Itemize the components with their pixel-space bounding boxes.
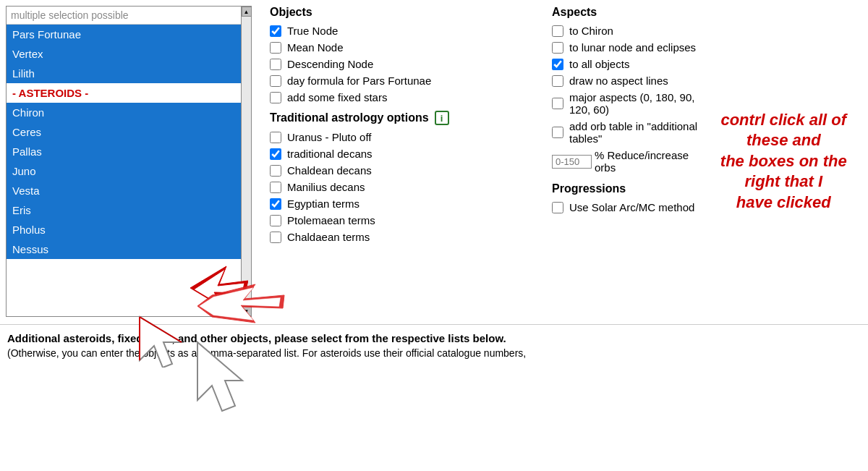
scroll-track xyxy=(242,17,252,306)
middle-panel: Objects True NodeMean NodeDescending Nod… xyxy=(263,6,545,317)
objects-title: Objects xyxy=(270,6,545,19)
checkbox-row: Use Solar Arc/MC method xyxy=(552,201,707,213)
checkbox[interactable] xyxy=(552,202,563,213)
checkbox-label: Manilius decans xyxy=(287,181,365,193)
checkbox-row: draw no aspect lines xyxy=(552,75,707,87)
checkbox-row: True Node xyxy=(270,25,545,37)
bottom-bold-text: Additional asteroids, fixed stars, and o… xyxy=(7,332,861,344)
progressions-title: Progressions xyxy=(552,182,707,195)
checkbox[interactable] xyxy=(270,182,281,193)
objects-items: True NodeMean NodeDescending Nodeday for… xyxy=(270,25,545,103)
checkbox-label: to Chiron xyxy=(569,25,613,37)
list-item[interactable]: Juno xyxy=(7,161,241,181)
checkbox[interactable] xyxy=(270,132,281,143)
progressions-section: Progressions Use Solar Arc/MC method xyxy=(552,182,707,213)
list-item[interactable]: Lilith xyxy=(7,64,241,83)
list-item[interactable]: Vertex xyxy=(7,44,241,64)
checkbox-label: add some fixed stars xyxy=(287,91,387,103)
bottom-normal-text: (Otherwise, you can enter the objects as… xyxy=(7,347,861,359)
scroll-down-arrow[interactable]: ▼ xyxy=(242,306,252,316)
checkbox-label: Uranus - Pluto off xyxy=(287,131,371,143)
listbox-placeholder: multiple selection possible xyxy=(7,7,241,25)
traditional-title: Traditional astrology options xyxy=(270,111,429,124)
top-area: multiple selection possible Pars Fortuna… xyxy=(0,0,868,317)
checkbox-row: Uranus - Pluto off xyxy=(270,131,545,143)
checkbox[interactable] xyxy=(270,198,281,210)
checkbox-label: Ptolemaean terms xyxy=(287,214,375,226)
traditional-header: Traditional astrology options i xyxy=(270,111,545,125)
checkbox[interactable] xyxy=(270,232,281,243)
right-section: Aspects to Chironto lunar node and eclip… xyxy=(545,6,861,317)
checkbox-label: Egyptian terms xyxy=(287,198,359,210)
checkbox-row: day formula for Pars Fortunae xyxy=(270,75,545,87)
checkbox[interactable] xyxy=(552,42,563,54)
list-item[interactable]: - ASTEROIDS - xyxy=(7,83,241,103)
aspects-panel: Aspects to Chironto lunar node and eclip… xyxy=(545,6,707,317)
checkbox-label: Descending Node xyxy=(287,58,373,70)
checkbox-label: Chaldean decans xyxy=(287,164,372,177)
checkbox-label: major aspects (0, 180, 90, 120, 60) xyxy=(569,91,707,116)
checkbox[interactable] xyxy=(270,59,281,70)
checkbox-row: Manilius decans xyxy=(270,181,545,193)
checkbox[interactable] xyxy=(270,148,281,160)
checkbox-row: Ptolemaean terms xyxy=(270,214,545,226)
checkbox-label: Chaldaean terms xyxy=(287,231,370,243)
instruction-line1: contrl click all of these and xyxy=(720,111,846,150)
left-panel: multiple selection possible Pars Fortuna… xyxy=(6,6,263,317)
checkbox-label: to lunar node and eclipses xyxy=(569,41,696,54)
checkbox[interactable] xyxy=(270,75,281,87)
checkbox-label: True Node xyxy=(287,25,338,37)
checkbox[interactable] xyxy=(270,215,281,226)
orb-suffix: % Reduce/increase orbs xyxy=(595,149,707,174)
checkbox-row: add orb table in "additional tables" xyxy=(552,120,707,145)
checkbox-row: traditional decans xyxy=(270,148,545,160)
list-item[interactable]: Ceres xyxy=(7,122,241,142)
instruction-text: contrl click all of these and the boxes … xyxy=(707,96,861,228)
list-item[interactable]: Nessus xyxy=(7,239,241,259)
checkbox[interactable] xyxy=(270,92,281,103)
checkbox[interactable] xyxy=(270,25,281,37)
checkbox-row: to all objects xyxy=(552,58,707,70)
info-icon[interactable]: i xyxy=(435,111,449,125)
list-item[interactable]: Chiron xyxy=(7,103,241,122)
listbox-inner: multiple selection possible Pars Fortuna… xyxy=(7,7,241,316)
list-item[interactable]: Pholus xyxy=(7,220,241,239)
aspects-items: to Chironto lunar node and eclipsesto al… xyxy=(552,25,707,145)
aspects-title: Aspects xyxy=(552,6,707,19)
instruction-line2: the boxes on the right that I xyxy=(720,152,847,191)
list-item[interactable]: Pallas xyxy=(7,142,241,161)
checkbox[interactable] xyxy=(270,42,281,54)
right-two-panels: Objects True NodeMean NodeDescending Nod… xyxy=(263,6,861,317)
checkbox-row: Descending Node xyxy=(270,58,545,70)
orb-row: % Reduce/increase orbs xyxy=(552,149,707,174)
checkbox-label: draw no aspect lines xyxy=(569,75,668,87)
instruction-col: contrl click all of these and the boxes … xyxy=(707,6,861,317)
orb-input[interactable] xyxy=(552,155,592,169)
checkbox-label: Mean Node xyxy=(287,41,344,54)
checkbox-row: to Chiron xyxy=(552,25,707,37)
checkbox-row: add some fixed stars xyxy=(270,91,545,103)
checkbox[interactable] xyxy=(552,127,563,138)
bottom-section: Additional asteroids, fixed stars, and o… xyxy=(0,324,868,359)
checkbox[interactable] xyxy=(552,59,563,70)
progressions-items: Use Solar Arc/MC method xyxy=(552,201,707,213)
listbox-items[interactable]: Pars FortunaeVertexLilith- ASTEROIDS -Ch… xyxy=(7,25,241,259)
list-item[interactable]: Vesta xyxy=(7,181,241,200)
checkbox-row: Chaldean decans xyxy=(270,164,545,177)
list-item[interactable]: Pars Fortunae xyxy=(7,25,241,44)
checkbox[interactable] xyxy=(552,75,563,87)
checkbox-label: Use Solar Arc/MC method xyxy=(569,201,694,213)
checkbox[interactable] xyxy=(552,98,563,109)
checkbox-row: Egyptian terms xyxy=(270,198,545,210)
checkbox-label: add orb table in "additional tables" xyxy=(569,120,707,145)
checkbox-row: Mean Node xyxy=(270,41,545,54)
checkbox-label: to all objects xyxy=(569,58,629,70)
listbox-scrollbar[interactable]: ▲ ▼ xyxy=(241,7,251,316)
checkbox[interactable] xyxy=(270,165,281,177)
listbox[interactable]: multiple selection possible Pars Fortuna… xyxy=(6,6,252,317)
checkbox-label: day formula for Pars Fortunae xyxy=(287,75,431,87)
checkbox[interactable] xyxy=(552,25,563,37)
checkbox-row: major aspects (0, 180, 90, 120, 60) xyxy=(552,91,707,116)
scroll-up-arrow[interactable]: ▲ xyxy=(242,7,252,17)
list-item[interactable]: Eris xyxy=(7,200,241,220)
